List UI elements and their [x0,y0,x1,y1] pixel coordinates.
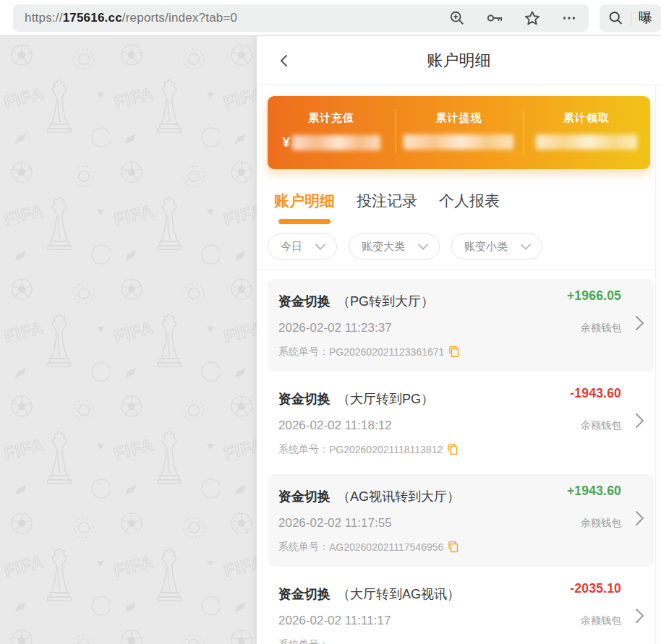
wallet-label: 余额钱包 [581,322,621,335]
order-number: PG202602021118113812 [329,444,443,455]
copy-icon[interactable] [448,444,458,455]
order-label: 系统单号： [278,638,329,644]
transaction-type: 资金切换 [278,392,330,406]
url-scheme: https:// [25,11,63,25]
wallet-label: 余额钱包 [581,517,621,530]
transaction-amount: +1943.60 [567,484,621,499]
chevron-down-icon [418,244,428,250]
wallet-label: 余额钱包 [581,419,621,432]
summary-card: 累计充值 ¥ 累计提现 累计领取 [268,96,650,169]
zoom-in-icon[interactable] [449,10,465,26]
summary-total-deposit: 累计充值 ¥ [268,111,395,169]
transaction-type: 资金切换 [278,294,330,309]
copy-icon[interactable] [448,541,459,553]
chevron-right-icon [634,315,645,331]
address-bar[interactable]: https://175616.cc/reports/index?tab=0 [13,4,589,32]
summary-label: 累计领取 [523,111,650,125]
transaction-item[interactable]: 资金切换（AG视讯转到大厅） 2026-02-02 11:17:55 系统单号：… [268,474,654,567]
summary-total-withdrawal: 累计提现 [395,111,522,169]
active-tab-underline [278,219,330,224]
censored-value [536,134,637,150]
star-icon[interactable] [524,10,540,26]
filter-date-dropdown[interactable]: 今日 [268,233,337,259]
browser-toolbar: https://175616.cc/reports/index?tab=0 [0,0,661,36]
summary-total-claimed: 累计领取 [523,111,650,169]
transaction-type: 资金切换 [278,489,330,504]
fifa-wallpaper: FIFA [0,36,257,644]
filter-minor-category-dropdown[interactable]: 账变小类 [451,233,542,259]
page-header: 账户明细 [257,36,661,85]
divider [631,11,631,25]
key-icon[interactable] [486,10,503,26]
transaction-direction: （PG转到大厅） [337,294,434,309]
chevron-right-icon [634,608,645,624]
url-path: /reports/index?tab=0 [122,11,237,25]
more-options-icon[interactable] [561,10,577,26]
transaction-amount: +1966.05 [567,288,621,304]
search-query-text: 曝 [639,9,652,27]
summary-label: 累计提现 [395,111,522,125]
page-title: 账户明细 [257,50,661,72]
transaction-amount: -1943.60 [570,386,621,401]
transaction-item[interactable]: 资金切换（大厅转到AG视讯） 2026-02-02 11:11:17 系统单号：… [268,572,654,644]
chevron-down-icon [521,244,531,250]
transaction-type: 资金切换 [278,587,330,601]
scrollbar-track[interactable] [655,85,661,644]
currency-symbol: ¥ [282,134,290,150]
transaction-direction: （大厅转到AG视讯） [337,587,460,601]
order-label: 系统单号： [278,345,329,359]
censored-value [404,134,513,150]
url-text: https://175616.cc/reports/index?tab=0 [25,11,449,25]
transaction-list: 资金切换（PG转到大厅） 2026-02-02 11:23:37 系统单号：PG… [257,270,661,644]
report-tabs: 账户明细 投注记录 个人报表 [257,169,661,224]
chevron-left-icon [277,53,291,68]
order-number: AG202602021117546956 [329,541,443,553]
back-button[interactable] [274,51,294,71]
order-number: PG202602021123361671 [329,346,444,358]
order-label: 系统单号： [278,443,329,456]
tab-bet-records[interactable]: 投注记录 [357,191,417,224]
censored-value [292,135,380,150]
search-icon [608,10,623,26]
copy-icon[interactable] [449,346,459,358]
transaction-direction: （大厅转到PG） [337,392,434,406]
url-domain: 175616.cc [63,11,122,25]
chevron-down-icon [315,244,325,250]
chevron-right-icon [634,510,645,526]
summary-label: 累计充值 [268,111,395,125]
account-detail-panel: 账户明细 累计充值 ¥ 累计提现 累计领取 账户明细 [257,36,661,644]
transaction-direction: （AG视讯转到大厅） [337,489,460,504]
filter-major-category-dropdown[interactable]: 账变大类 [349,233,440,259]
wallet-label: 余额钱包 [581,614,621,627]
tab-account-detail[interactable]: 账户明细 [274,191,335,224]
transaction-amount: -2035.10 [570,581,621,596]
chevron-right-icon [634,413,645,429]
order-label: 系统单号： [278,541,329,554]
tab-personal-report[interactable]: 个人报表 [439,191,500,224]
browser-search-box[interactable]: 曝 [600,4,661,32]
filter-row: 今日 账变大类 账变小类 [257,224,661,259]
transaction-item[interactable]: 资金切换（大厅转到PG） 2026-02-02 11:18:12 系统单号：PG… [268,377,654,469]
transaction-item[interactable]: 资金切换（PG转到大厅） 2026-02-02 11:23:37 系统单号：PG… [268,279,654,372]
